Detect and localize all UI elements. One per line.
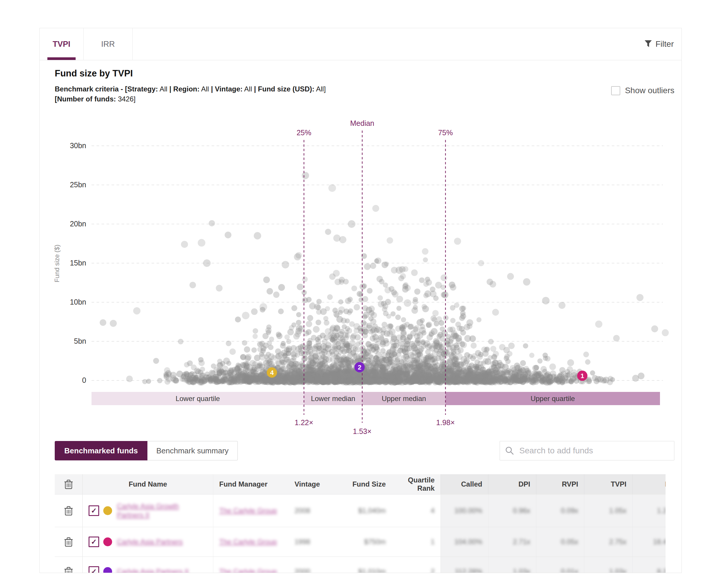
called-cell: 112.28% xyxy=(440,557,488,573)
fund-manager-cell[interactable]: The Carlyle Group xyxy=(213,557,289,573)
y-tick-25bn: 25bn xyxy=(70,181,86,189)
y-tick-30bn: 30bn xyxy=(70,142,86,150)
fund-name-link[interactable]: Carlyle Asia Partners xyxy=(117,538,183,546)
highlighted-fund-marker-4[interactable]: 4 xyxy=(267,368,277,378)
tvpi-cell: 1.03x xyxy=(584,557,632,573)
header-fund-size: Fund Size xyxy=(336,474,392,494)
header-fund-name: Fund Name xyxy=(83,474,213,494)
benchmarked-funds-button[interactable]: Benchmarked funds xyxy=(55,441,147,460)
y-tick-20bn: 20bn xyxy=(70,219,86,228)
highlighted-fund-marker-2[interactable]: 2 xyxy=(355,362,365,373)
show-outliers-checkbox[interactable] xyxy=(611,86,620,95)
band-label-1: Lower quartile xyxy=(176,395,220,402)
row-checkbox[interactable]: ✓ xyxy=(88,505,99,516)
quartile-label-Median: Median xyxy=(350,119,374,127)
fund-manager-cell[interactable]: The Carlyle Group xyxy=(213,527,289,556)
header-irr: IRR xyxy=(632,474,665,494)
filter-button[interactable]: Filter xyxy=(644,28,674,60)
called-cell: 100.00% xyxy=(440,495,488,527)
table-row: ✓Carlyle Asia Growth Partners IIThe Carl… xyxy=(55,495,665,527)
search-icon xyxy=(505,446,514,455)
table-row: ✓Carlyle Asia PartnersThe Carlyle Group1… xyxy=(55,527,665,557)
search-input[interactable] xyxy=(519,446,669,456)
tab-tvpi-label: TVPI xyxy=(53,40,70,49)
delete-row-button[interactable] xyxy=(55,557,83,573)
header-fund-manager: Fund Manager xyxy=(213,474,289,494)
y-tick-0: 0 xyxy=(82,376,86,384)
tab-tvpi[interactable]: TVPI xyxy=(40,28,84,60)
header-called: Called xyxy=(440,474,488,494)
fund-name-cell: ✓Carlyle Asia Growth Partners II xyxy=(83,495,213,527)
tab-irr[interactable]: IRR xyxy=(84,28,133,60)
y-tick-10bn: 10bn xyxy=(70,298,86,306)
vintage-cell: 1998 xyxy=(289,527,336,556)
tvpi-cell: 2.75x xyxy=(584,527,632,556)
header-quartile-rank: Quartile Rank xyxy=(392,474,440,494)
fund-name-cell: ✓Carlyle Asia Partners xyxy=(83,527,213,556)
quartile-label-25%: 25% xyxy=(297,128,311,137)
svg-text:2: 2 xyxy=(358,364,361,371)
dpi-cell: 0.96x xyxy=(488,495,536,527)
tab-bar: TVPI IRR Filter xyxy=(40,28,681,60)
active-tab-underline xyxy=(47,57,76,60)
benchmarked-funds-table: Fund NameFund ManagerVintageFund SizeQua… xyxy=(55,474,665,573)
funnel-icon xyxy=(644,40,652,48)
tab-irr-label: IRR xyxy=(101,40,115,49)
table-header-row: Fund NameFund ManagerVintageFund SizeQua… xyxy=(55,474,665,495)
irr-cell: 18.40% xyxy=(632,527,665,556)
show-outliers-label: Show outliers xyxy=(625,86,674,95)
header-tvpi: TVPI xyxy=(584,474,632,494)
delete-row-button[interactable] xyxy=(55,495,83,527)
trash-icon xyxy=(64,479,73,489)
fund-color-dot xyxy=(103,567,112,573)
chart-title: Fund size by TVPI xyxy=(55,68,133,79)
fund-manager-cell[interactable]: The Carlyle Group xyxy=(213,495,289,527)
rvpi-cell: 0.01x xyxy=(536,557,584,573)
highlighted-fund-marker-1[interactable]: 1 xyxy=(577,371,587,381)
quartile-rank-cell: 1 xyxy=(392,527,440,556)
fund-color-dot xyxy=(103,538,112,546)
fund-size-scatter-chart: 05bn10bn15bn20bn25bn30bnFund size ($)Low… xyxy=(40,96,681,440)
vintage-cell: 2008 xyxy=(289,495,336,527)
band-label-3: Upper median xyxy=(382,395,426,402)
header-rvpi: RVPI xyxy=(536,474,584,494)
y-axis-title: Fund size ($) xyxy=(53,245,61,282)
table-body: ✓Carlyle Asia Growth Partners IIThe Carl… xyxy=(55,495,665,573)
benchmark-summary-label: Benchmark summary xyxy=(156,446,228,456)
header-dpi: DPI xyxy=(488,474,536,494)
fund-size-cell: $1,010m xyxy=(336,557,392,573)
quartile-label-75%: 75% xyxy=(438,128,453,137)
fund-size-cell: $1,040m xyxy=(336,495,392,527)
benchmark-card: TVPI IRR Filter Fund size by TVPI Benchm… xyxy=(39,28,682,573)
fund-name-cell: ✓Carlyle Asia Partners II xyxy=(83,557,213,573)
quartile-value-25%: 1.22× xyxy=(295,418,313,426)
table-row: ✓Carlyle Asia Partners IIThe Carlyle Gro… xyxy=(55,557,665,573)
criteria-line-1: Benchmark criteria - [Strategy: All | Re… xyxy=(55,84,467,94)
fund-name-link[interactable]: Carlyle Asia Partners II xyxy=(117,567,188,573)
search-container xyxy=(500,441,674,460)
table-toggle-buttons: Benchmarked funds Benchmark summary xyxy=(55,441,238,460)
fund-name-link[interactable]: Carlyle Asia Growth Partners II xyxy=(117,502,207,520)
benchmark-summary-button[interactable]: Benchmark summary xyxy=(147,441,238,460)
quartile-rank-cell: 2 xyxy=(392,557,440,573)
delete-row-button[interactable] xyxy=(55,527,83,556)
called-cell: 104.00% xyxy=(440,527,488,556)
tvpi-cell: 1.05x xyxy=(584,495,632,527)
row-checkbox[interactable]: ✓ xyxy=(88,566,99,573)
vintage-cell: 2000 xyxy=(289,557,336,573)
irr-cell: 1.20% xyxy=(632,495,665,527)
fund-color-dot xyxy=(103,506,112,515)
irr-cell: 8.20% xyxy=(632,557,665,573)
quartile-value-Median: 1.53× xyxy=(353,427,371,436)
row-checkbox[interactable]: ✓ xyxy=(88,537,99,547)
y-tick-5bn: 5bn xyxy=(74,337,86,345)
dpi-cell: 1.03x xyxy=(488,557,536,573)
trash-icon xyxy=(64,537,73,547)
dpi-cell: 2.71x xyxy=(488,527,536,556)
band-label-4: Upper quartile xyxy=(531,395,575,402)
header-vintage: Vintage xyxy=(289,474,336,494)
rvpi-cell: 0.05x xyxy=(536,527,584,556)
svg-text:1: 1 xyxy=(581,372,584,380)
y-tick-15bn: 15bn xyxy=(70,259,86,267)
svg-text:4: 4 xyxy=(270,369,274,376)
